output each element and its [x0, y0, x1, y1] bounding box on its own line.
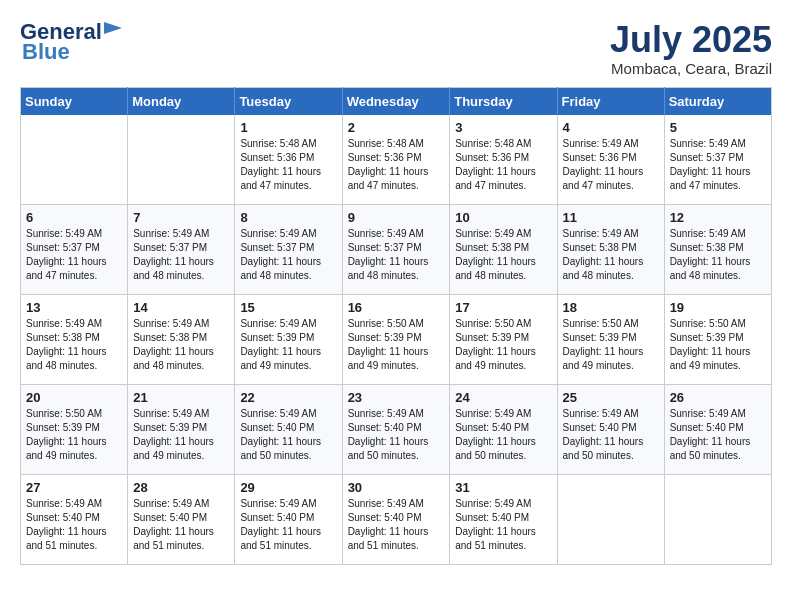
logo-flag-icon — [104, 22, 126, 38]
calendar-cell: 9Sunrise: 5:49 AM Sunset: 5:37 PM Daylig… — [342, 205, 450, 295]
day-number: 30 — [348, 480, 445, 495]
calendar-cell: 22Sunrise: 5:49 AM Sunset: 5:40 PM Dayli… — [235, 385, 342, 475]
day-number: 28 — [133, 480, 229, 495]
calendar-cell: 11Sunrise: 5:49 AM Sunset: 5:38 PM Dayli… — [557, 205, 664, 295]
calendar-cell: 24Sunrise: 5:49 AM Sunset: 5:40 PM Dayli… — [450, 385, 557, 475]
day-info: Sunrise: 5:50 AM Sunset: 5:39 PM Dayligh… — [348, 317, 445, 373]
day-number: 18 — [563, 300, 659, 315]
day-info: Sunrise: 5:49 AM Sunset: 5:37 PM Dayligh… — [670, 137, 766, 193]
calendar-cell: 28Sunrise: 5:49 AM Sunset: 5:40 PM Dayli… — [128, 475, 235, 565]
day-number: 1 — [240, 120, 336, 135]
day-info: Sunrise: 5:49 AM Sunset: 5:38 PM Dayligh… — [455, 227, 551, 283]
day-info: Sunrise: 5:49 AM Sunset: 5:40 PM Dayligh… — [348, 497, 445, 553]
day-info: Sunrise: 5:49 AM Sunset: 5:37 PM Dayligh… — [240, 227, 336, 283]
day-number: 27 — [26, 480, 122, 495]
calendar-cell: 12Sunrise: 5:49 AM Sunset: 5:38 PM Dayli… — [664, 205, 771, 295]
day-number: 26 — [670, 390, 766, 405]
calendar-cell: 13Sunrise: 5:49 AM Sunset: 5:38 PM Dayli… — [21, 295, 128, 385]
day-number: 3 — [455, 120, 551, 135]
day-number: 19 — [670, 300, 766, 315]
day-info: Sunrise: 5:49 AM Sunset: 5:38 PM Dayligh… — [563, 227, 659, 283]
weekday-header-cell: Monday — [128, 87, 235, 115]
day-number: 24 — [455, 390, 551, 405]
day-number: 17 — [455, 300, 551, 315]
title-area: July 2025 Mombaca, Ceara, Brazil — [610, 20, 772, 77]
location-subtitle: Mombaca, Ceara, Brazil — [610, 60, 772, 77]
day-info: Sunrise: 5:49 AM Sunset: 5:38 PM Dayligh… — [670, 227, 766, 283]
calendar-body: 1Sunrise: 5:48 AM Sunset: 5:36 PM Daylig… — [21, 115, 772, 565]
calendar-week-row: 13Sunrise: 5:49 AM Sunset: 5:38 PM Dayli… — [21, 295, 772, 385]
calendar-cell: 6Sunrise: 5:49 AM Sunset: 5:37 PM Daylig… — [21, 205, 128, 295]
calendar-cell — [128, 115, 235, 205]
day-number: 23 — [348, 390, 445, 405]
calendar-cell: 10Sunrise: 5:49 AM Sunset: 5:38 PM Dayli… — [450, 205, 557, 295]
calendar-week-row: 27Sunrise: 5:49 AM Sunset: 5:40 PM Dayli… — [21, 475, 772, 565]
day-number: 20 — [26, 390, 122, 405]
day-number: 10 — [455, 210, 551, 225]
day-number: 15 — [240, 300, 336, 315]
weekday-header-row: SundayMondayTuesdayWednesdayThursdayFrid… — [21, 87, 772, 115]
month-title: July 2025 — [610, 20, 772, 60]
day-info: Sunrise: 5:50 AM Sunset: 5:39 PM Dayligh… — [563, 317, 659, 373]
day-info: Sunrise: 5:49 AM Sunset: 5:38 PM Dayligh… — [133, 317, 229, 373]
day-number: 8 — [240, 210, 336, 225]
weekday-header-cell: Wednesday — [342, 87, 450, 115]
weekday-header-cell: Thursday — [450, 87, 557, 115]
svg-marker-0 — [104, 22, 122, 34]
day-number: 25 — [563, 390, 659, 405]
day-info: Sunrise: 5:49 AM Sunset: 5:40 PM Dayligh… — [240, 497, 336, 553]
logo: General Blue — [20, 20, 126, 64]
calendar-cell: 1Sunrise: 5:48 AM Sunset: 5:36 PM Daylig… — [235, 115, 342, 205]
calendar-cell: 15Sunrise: 5:49 AM Sunset: 5:39 PM Dayli… — [235, 295, 342, 385]
day-info: Sunrise: 5:49 AM Sunset: 5:37 PM Dayligh… — [133, 227, 229, 283]
day-number: 6 — [26, 210, 122, 225]
calendar-cell: 26Sunrise: 5:49 AM Sunset: 5:40 PM Dayli… — [664, 385, 771, 475]
calendar-cell: 7Sunrise: 5:49 AM Sunset: 5:37 PM Daylig… — [128, 205, 235, 295]
calendar-cell: 21Sunrise: 5:49 AM Sunset: 5:39 PM Dayli… — [128, 385, 235, 475]
day-number: 9 — [348, 210, 445, 225]
calendar-cell: 5Sunrise: 5:49 AM Sunset: 5:37 PM Daylig… — [664, 115, 771, 205]
day-info: Sunrise: 5:49 AM Sunset: 5:40 PM Dayligh… — [133, 497, 229, 553]
weekday-header-cell: Saturday — [664, 87, 771, 115]
calendar-cell: 4Sunrise: 5:49 AM Sunset: 5:36 PM Daylig… — [557, 115, 664, 205]
day-number: 31 — [455, 480, 551, 495]
calendar-week-row: 20Sunrise: 5:50 AM Sunset: 5:39 PM Dayli… — [21, 385, 772, 475]
day-number: 5 — [670, 120, 766, 135]
calendar-cell — [21, 115, 128, 205]
day-info: Sunrise: 5:50 AM Sunset: 5:39 PM Dayligh… — [455, 317, 551, 373]
calendar-week-row: 1Sunrise: 5:48 AM Sunset: 5:36 PM Daylig… — [21, 115, 772, 205]
calendar-cell: 25Sunrise: 5:49 AM Sunset: 5:40 PM Dayli… — [557, 385, 664, 475]
day-info: Sunrise: 5:50 AM Sunset: 5:39 PM Dayligh… — [670, 317, 766, 373]
day-number: 7 — [133, 210, 229, 225]
day-info: Sunrise: 5:49 AM Sunset: 5:40 PM Dayligh… — [240, 407, 336, 463]
calendar-cell: 8Sunrise: 5:49 AM Sunset: 5:37 PM Daylig… — [235, 205, 342, 295]
day-info: Sunrise: 5:49 AM Sunset: 5:40 PM Dayligh… — [348, 407, 445, 463]
calendar-cell: 14Sunrise: 5:49 AM Sunset: 5:38 PM Dayli… — [128, 295, 235, 385]
calendar-cell — [664, 475, 771, 565]
calendar-week-row: 6Sunrise: 5:49 AM Sunset: 5:37 PM Daylig… — [21, 205, 772, 295]
calendar-cell: 16Sunrise: 5:50 AM Sunset: 5:39 PM Dayli… — [342, 295, 450, 385]
calendar-cell: 23Sunrise: 5:49 AM Sunset: 5:40 PM Dayli… — [342, 385, 450, 475]
calendar-cell: 20Sunrise: 5:50 AM Sunset: 5:39 PM Dayli… — [21, 385, 128, 475]
day-info: Sunrise: 5:49 AM Sunset: 5:40 PM Dayligh… — [455, 497, 551, 553]
day-number: 16 — [348, 300, 445, 315]
day-info: Sunrise: 5:49 AM Sunset: 5:39 PM Dayligh… — [133, 407, 229, 463]
day-info: Sunrise: 5:49 AM Sunset: 5:40 PM Dayligh… — [455, 407, 551, 463]
day-number: 14 — [133, 300, 229, 315]
day-number: 11 — [563, 210, 659, 225]
day-info: Sunrise: 5:49 AM Sunset: 5:38 PM Dayligh… — [26, 317, 122, 373]
day-info: Sunrise: 5:50 AM Sunset: 5:39 PM Dayligh… — [26, 407, 122, 463]
day-number: 13 — [26, 300, 122, 315]
calendar-cell: 17Sunrise: 5:50 AM Sunset: 5:39 PM Dayli… — [450, 295, 557, 385]
weekday-header-cell: Tuesday — [235, 87, 342, 115]
weekday-header-cell: Sunday — [21, 87, 128, 115]
calendar-cell: 29Sunrise: 5:49 AM Sunset: 5:40 PM Dayli… — [235, 475, 342, 565]
calendar-cell: 2Sunrise: 5:48 AM Sunset: 5:36 PM Daylig… — [342, 115, 450, 205]
weekday-header-cell: Friday — [557, 87, 664, 115]
day-info: Sunrise: 5:49 AM Sunset: 5:40 PM Dayligh… — [26, 497, 122, 553]
day-number: 2 — [348, 120, 445, 135]
calendar-cell: 18Sunrise: 5:50 AM Sunset: 5:39 PM Dayli… — [557, 295, 664, 385]
calendar-cell: 31Sunrise: 5:49 AM Sunset: 5:40 PM Dayli… — [450, 475, 557, 565]
day-info: Sunrise: 5:48 AM Sunset: 5:36 PM Dayligh… — [348, 137, 445, 193]
day-info: Sunrise: 5:49 AM Sunset: 5:37 PM Dayligh… — [348, 227, 445, 283]
